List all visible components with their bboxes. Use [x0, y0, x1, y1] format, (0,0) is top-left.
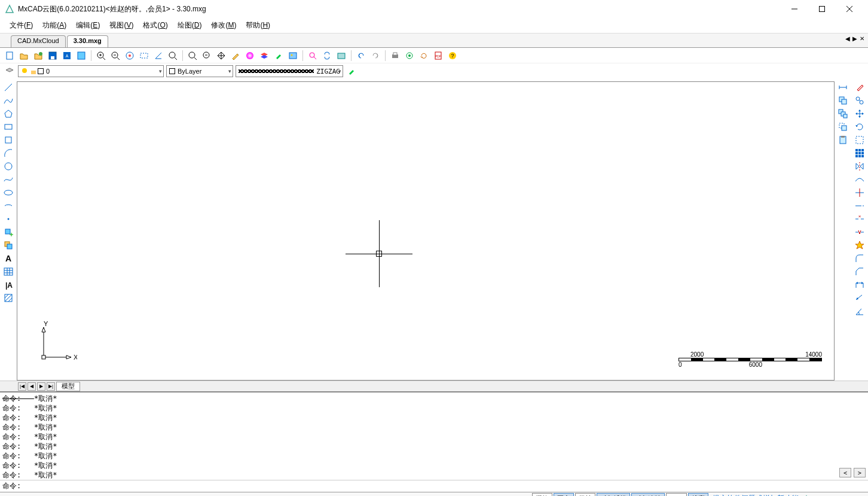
extend-icon[interactable] [853, 200, 866, 212]
menu-e[interactable]: 编辑(E) [71, 18, 105, 33]
zoom-previous-icon[interactable] [167, 50, 179, 62]
zoom-realtime-icon[interactable] [187, 50, 198, 62]
highlight-icon[interactable] [273, 50, 285, 62]
ellipse-arc-tool-icon[interactable] [2, 200, 15, 212]
image-icon[interactable] [287, 50, 299, 62]
layout-last-icon[interactable]: ▶| [47, 382, 55, 391]
undo-icon[interactable] [355, 50, 367, 62]
file-tab[interactable]: CAD.MxCloud [11, 35, 66, 47]
menu-m[interactable]: 修改(M) [206, 18, 241, 33]
menu-a[interactable]: 功能(A) [38, 18, 71, 33]
close-button[interactable] [836, 0, 863, 18]
pdf-icon[interactable]: PDF [432, 50, 444, 62]
layout-next-icon[interactable]: ▶ [37, 382, 45, 391]
tab-scroll-right-icon[interactable]: ▶ [852, 35, 857, 42]
ellipse-tool-icon[interactable] [2, 187, 15, 199]
offset-icon[interactable] [853, 95, 866, 106]
layout-first-icon[interactable]: |◀ [18, 382, 26, 391]
model-tab[interactable]: 模型 [56, 382, 80, 391]
status-toggle[interactable]: 线宽 [688, 493, 708, 496]
mirror-icon[interactable] [853, 160, 866, 172]
fillet-icon[interactable] [853, 252, 866, 264]
zoom-extents-icon[interactable] [124, 50, 136, 62]
line-tool-icon[interactable] [2, 81, 15, 93]
dim-linear-icon[interactable] [853, 279, 866, 291]
open-dwg-icon[interactable] [32, 50, 44, 62]
refresh-icon[interactable] [418, 50, 430, 62]
zoom-scale-icon[interactable] [201, 50, 213, 62]
array-icon[interactable] [853, 147, 866, 159]
copy-multi-icon[interactable] [836, 108, 849, 120]
trim-icon[interactable] [853, 187, 866, 199]
tab-scroll-left-icon[interactable]: ◀ [845, 35, 850, 42]
polygon-tool-icon[interactable] [2, 108, 15, 120]
command-input[interactable] [21, 482, 866, 491]
menu-o[interactable]: 格式(O) [138, 18, 172, 33]
table-tool-icon[interactable] [2, 266, 15, 278]
layer-manager-icon[interactable] [4, 65, 16, 77]
dimension-icon[interactable] [836, 81, 849, 93]
pencil-icon[interactable] [230, 50, 242, 62]
circle-tool-icon[interactable] [2, 160, 15, 172]
settings-icon[interactable] [404, 50, 415, 62]
new-file-icon[interactable] [4, 50, 16, 62]
brush-icon[interactable] [346, 65, 357, 77]
status-toggle[interactable]: 栅格 [532, 493, 552, 496]
color-dropdown[interactable]: ByLayer ▾ [166, 65, 233, 77]
maximize-button[interactable] [808, 0, 836, 18]
spline-tool-icon[interactable] [2, 174, 15, 185]
save-as-icon[interactable]: A [61, 50, 73, 62]
chamfer-icon[interactable] [853, 266, 866, 278]
file-tab[interactable]: 3.30.mxg [67, 35, 108, 47]
zoom-out-icon[interactable] [109, 50, 121, 62]
menu-d[interactable]: 绘图(D) [173, 18, 207, 33]
copy-icon[interactable] [836, 95, 849, 106]
pan-icon[interactable] [215, 50, 227, 62]
drawing-canvas[interactable]: Y X 200014000 06000 [17, 81, 835, 381]
find-icon[interactable] [307, 50, 319, 62]
screenshot-icon[interactable] [335, 50, 347, 62]
menu-v[interactable]: 视图(V) [105, 18, 138, 33]
hatch-tool-icon[interactable] [2, 292, 15, 304]
erase-icon[interactable] [853, 81, 866, 93]
minimize-button[interactable] [781, 0, 808, 18]
open-file-icon[interactable] [18, 50, 30, 62]
move-tool-icon[interactable] [853, 108, 866, 120]
layout-prev-icon[interactable]: ◀ [27, 382, 36, 391]
insert-block-icon[interactable] [2, 226, 15, 238]
feedback-link[interactable]: 提交软件问题或增加新功能 [709, 494, 802, 496]
measure-angle-icon[interactable] [152, 50, 164, 62]
rectangle-tool-icon[interactable] [2, 121, 15, 133]
arc-tool-icon[interactable] [2, 147, 15, 159]
polyline-tool-icon[interactable] [2, 95, 15, 106]
rotate-icon[interactable] [853, 121, 866, 133]
layers-icon[interactable] [258, 50, 270, 62]
help-icon[interactable]: ? [447, 50, 459, 62]
square-tool-icon[interactable] [2, 134, 15, 146]
export-icon[interactable] [75, 50, 87, 62]
status-toggle[interactable]: 对象追踪 [631, 493, 665, 496]
point-tool-icon[interactable] [2, 213, 15, 225]
select-all-icon[interactable] [853, 134, 866, 146]
linetype-dropdown[interactable]: ZIGZAG ▾ [236, 65, 343, 77]
menu-f[interactable]: 文件(F) [5, 18, 38, 33]
explode-icon[interactable] [853, 239, 866, 251]
menu-h[interactable]: 帮助(H) [241, 18, 275, 33]
color-wheel-icon[interactable] [244, 50, 256, 62]
redo-icon[interactable] [369, 50, 381, 62]
break-split-icon[interactable] [853, 226, 866, 238]
break-point-icon[interactable]: × [853, 213, 866, 225]
tab-close-icon[interactable]: ✕ [860, 35, 864, 42]
zoom-window-icon[interactable] [138, 50, 150, 62]
status-toggle[interactable]: 正交 [554, 493, 574, 496]
scale-icon[interactable] [853, 174, 866, 185]
print-icon[interactable] [389, 50, 401, 62]
status-toggle[interactable]: DYN [666, 493, 687, 496]
status-toggle[interactable]: 对象捕捉 [597, 493, 630, 496]
move-icon[interactable] [836, 121, 849, 133]
log-scroll-right-icon[interactable]: > [854, 468, 866, 477]
block-ref-icon[interactable] [2, 239, 15, 251]
text-tool-icon[interactable]: A [2, 252, 15, 264]
replace-icon[interactable] [321, 50, 333, 62]
status-toggle[interactable]: 极轴 [575, 493, 595, 496]
